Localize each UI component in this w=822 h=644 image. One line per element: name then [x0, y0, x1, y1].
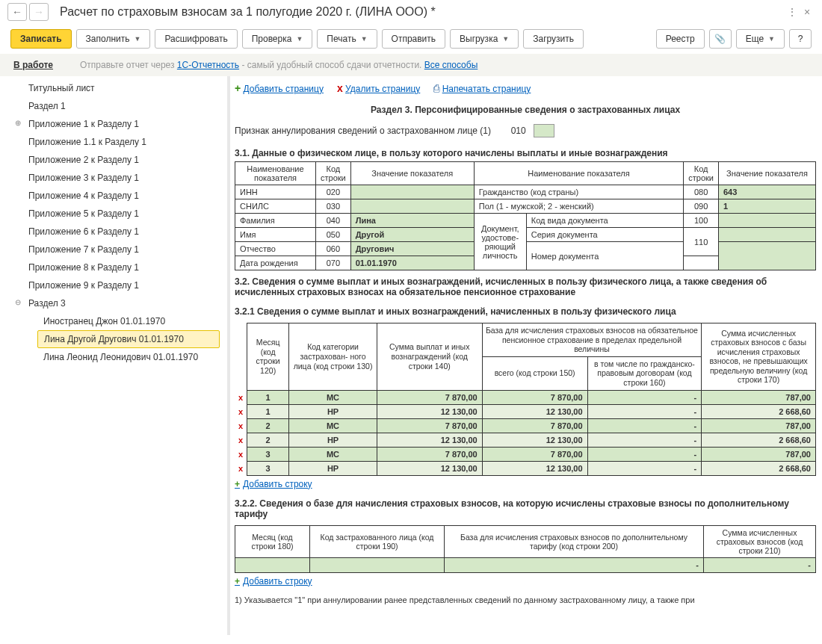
tree-item[interactable]: Иностранец Джон 01.01.1970 — [0, 312, 227, 330]
cell-170[interactable]: 787,00 — [702, 390, 816, 404]
tree-item[interactable]: Приложение 6 к Разделу 1 — [0, 223, 227, 241]
cell-160[interactable]: - — [587, 447, 702, 461]
add-page-link[interactable]: + Добавить страницу — [235, 82, 324, 94]
print-button[interactable]: Печать▼ — [317, 29, 377, 49]
tree-item[interactable]: Приложение 3 к Разделу 1 — [0, 169, 227, 187]
tree-item[interactable]: Приложение 8 к Разделу 1 — [0, 258, 227, 276]
collapse-icon[interactable]: ⊖ — [15, 298, 21, 306]
cell-cat[interactable]: НР — [289, 461, 377, 475]
cell-cat[interactable]: НР — [289, 404, 377, 418]
more-button[interactable]: Еще▼ — [736, 29, 785, 49]
link-1c-report[interactable]: 1С-Отчетность — [177, 60, 239, 70]
add-row-322[interactable]: + Добавить строку — [235, 573, 312, 589]
delete-page-link[interactable]: x Удалить страницу — [337, 82, 420, 94]
write-button[interactable]: Записать — [10, 29, 72, 49]
cell-160[interactable]: - — [587, 461, 702, 475]
fill-button[interactable]: Заполнить▼ — [76, 29, 151, 49]
tree-item[interactable]: Приложение 5 к Разделу 1 — [0, 205, 227, 223]
delete-row-icon[interactable]: x — [235, 461, 247, 475]
val-sex[interactable]: 1 — [719, 199, 816, 214]
cell-170[interactable]: 2 668,60 — [702, 433, 816, 447]
cell-cat[interactable]: МС — [289, 418, 377, 433]
link-all-methods[interactable]: Все способы — [424, 60, 478, 70]
tree-item[interactable]: Лина Леонид Леонидович 01.01.1970 — [0, 348, 227, 366]
status-label[interactable]: В работе — [13, 60, 53, 70]
back-button[interactable]: ← — [7, 3, 27, 21]
cell-322-month[interactable] — [235, 557, 310, 572]
val-inn[interactable] — [350, 185, 474, 199]
cell-160[interactable]: - — [587, 390, 702, 404]
export-button[interactable]: Выгрузка▼ — [450, 29, 519, 49]
val-doc-num[interactable] — [719, 242, 816, 270]
tree-item[interactable]: Приложение 7 к Разделу 1 — [0, 241, 227, 258]
cell-month[interactable]: 1 — [247, 404, 288, 418]
cell-160[interactable]: - — [587, 418, 702, 433]
registry-button[interactable]: Реестр — [656, 29, 705, 49]
close-icon[interactable]: × — [800, 6, 815, 18]
cell-170[interactable]: 2 668,60 — [702, 404, 816, 418]
val-snils[interactable] — [350, 199, 474, 214]
cell-month[interactable]: 3 — [247, 447, 288, 461]
cell-160[interactable]: - — [587, 433, 702, 447]
annul-field[interactable] — [534, 124, 554, 137]
cell-month[interactable]: 2 — [247, 418, 288, 433]
cell-150[interactable]: 7 870,00 — [482, 447, 587, 461]
cell-160[interactable]: - — [587, 404, 702, 418]
val-patr[interactable]: Другович — [350, 242, 474, 256]
cell-170[interactable]: 787,00 — [702, 447, 816, 461]
cell-170[interactable]: 2 668,60 — [702, 461, 816, 475]
cell-322-code[interactable] — [310, 557, 445, 572]
delete-row-icon[interactable]: x — [235, 447, 247, 461]
val-fam[interactable]: Лина — [350, 214, 474, 228]
check-button[interactable]: Проверка▼ — [242, 29, 313, 49]
delete-row-icon[interactable]: x — [235, 390, 247, 404]
cell-140[interactable]: 12 130,00 — [377, 433, 482, 447]
cell-140[interactable]: 12 130,00 — [377, 461, 482, 475]
cell-150[interactable]: 12 130,00 — [482, 404, 587, 418]
attach-button[interactable]: 📎 — [709, 29, 732, 49]
val-name[interactable]: Другой — [350, 228, 474, 242]
cell-140[interactable]: 7 870,00 — [377, 418, 482, 433]
tree-item[interactable]: ⊕Приложение 1 к Разделу 1 — [0, 115, 227, 133]
tree-item[interactable]: Приложение 1.1 к Разделу 1 — [0, 133, 227, 151]
delete-row-icon[interactable]: x — [235, 433, 247, 447]
cell-150[interactable]: 7 870,00 — [482, 418, 587, 433]
expand-icon[interactable]: ⊕ — [15, 119, 21, 127]
cell-140[interactable]: 7 870,00 — [377, 390, 482, 404]
tree-item[interactable]: Приложение 4 к Разделу 1 — [0, 187, 227, 205]
cell-month[interactable]: 2 — [247, 433, 288, 447]
cell-140[interactable]: 12 130,00 — [377, 404, 482, 418]
tree-item[interactable]: Лина Другой Другович 01.01.1970 — [37, 330, 220, 348]
tree-item[interactable]: Приложение 2 к Разделу 1 — [0, 151, 227, 169]
cell-150[interactable]: 12 130,00 — [482, 433, 587, 447]
cell-cat[interactable]: МС — [289, 447, 377, 461]
send-button[interactable]: Отправить — [382, 29, 446, 49]
cell-month[interactable]: 1 — [247, 390, 288, 404]
cell-cat[interactable]: МС — [289, 390, 377, 404]
tree-item[interactable]: ⊖Раздел 3 — [0, 294, 227, 312]
delete-row-icon[interactable]: x — [235, 404, 247, 418]
tree-item[interactable]: Титульный лист — [0, 79, 227, 97]
cell-322-sum[interactable]: - — [704, 557, 816, 572]
cell-cat[interactable]: НР — [289, 433, 377, 447]
print-page-link[interactable]: ⎙ Напечатать страницу — [433, 82, 531, 94]
cell-170[interactable]: 787,00 — [702, 418, 816, 433]
cell-150[interactable]: 12 130,00 — [482, 461, 587, 475]
forward-button[interactable]: → — [29, 3, 49, 21]
cell-322-base[interactable]: - — [445, 557, 704, 572]
val-dob[interactable]: 01.01.1970 — [350, 256, 474, 270]
tree-item[interactable]: Раздел 1 — [0, 97, 227, 115]
decrypt-button[interactable]: Расшифровать — [155, 29, 237, 49]
val-doc-ser[interactable] — [719, 228, 816, 242]
more-icon[interactable]: ⋮ — [785, 6, 800, 18]
cell-150[interactable]: 7 870,00 — [482, 390, 587, 404]
help-button[interactable]: ? — [789, 29, 812, 49]
cell-month[interactable]: 3 — [247, 461, 288, 475]
tree-item[interactable]: Приложение 9 к Разделу 1 — [0, 276, 227, 294]
import-button[interactable]: Загрузить — [523, 29, 584, 49]
cell-140[interactable]: 7 870,00 — [377, 447, 482, 461]
val-cit[interactable]: 643 — [719, 185, 816, 199]
delete-row-icon[interactable]: x — [235, 418, 247, 433]
val-doc-type[interactable] — [719, 214, 816, 228]
add-row-321[interactable]: + Добавить строку — [235, 476, 312, 492]
